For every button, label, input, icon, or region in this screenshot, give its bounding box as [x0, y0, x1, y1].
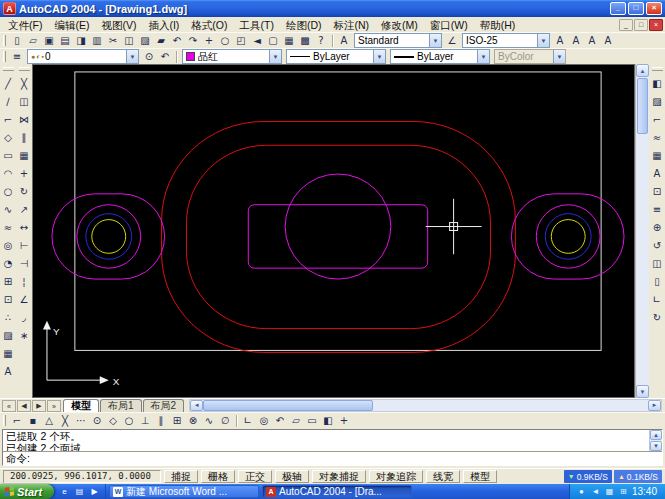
tab-layout2[interactable]: 布局2 [143, 399, 185, 412]
ucs-previous-icon[interactable]: ↶ [272, 413, 288, 428]
scroll-up-icon[interactable]: ▲ [636, 64, 649, 77]
align-icon[interactable]: ≡ [650, 200, 665, 218]
snap-from-icon[interactable]: ⌐ [9, 413, 25, 428]
menu-item[interactable]: 帮助(H) [474, 18, 522, 32]
menu-item[interactable]: 窗口(W) [424, 18, 474, 32]
stretch-icon[interactable]: ↔ [17, 218, 32, 236]
layer-previous-icon[interactable]: ↶ [157, 49, 173, 64]
toolbar-grip[interactable] [652, 67, 663, 71]
cut-icon[interactable]: ✂ [105, 33, 121, 48]
menu-item[interactable]: 工具(T) [234, 18, 280, 32]
snap-extension-icon[interactable]: ⋯ [73, 413, 89, 428]
tray-antivirus-icon[interactable]: ● [576, 486, 587, 497]
status-toggle-button[interactable]: 栅格 [201, 470, 235, 483]
tray-volume-icon[interactable]: ◄ [590, 486, 601, 497]
horizontal-scroll-track[interactable] [373, 400, 648, 411]
drawing-area[interactable]: Y X [32, 64, 635, 398]
copy-object-icon[interactable]: ◫ [17, 92, 32, 110]
scroll-down-icon[interactable]: ▼ [636, 385, 649, 398]
update-icon[interactable]: ↻ [650, 308, 665, 326]
status-toggle-button[interactable]: 对象追踪 [369, 470, 423, 483]
single-line-text-icon[interactable]: A [568, 33, 584, 48]
tab-layout1[interactable]: 布局1 [100, 399, 142, 412]
scroll-right-icon[interactable]: ► [648, 400, 661, 411]
plot-icon[interactable]: ▤ [57, 33, 73, 48]
zoom-window-icon[interactable]: ◰ [233, 33, 249, 48]
text-style-dropdown[interactable]: Standard ▼ [354, 33, 442, 48]
new-file-icon[interactable]: ▯ [9, 33, 25, 48]
ellipse-arc-icon[interactable]: ◔ [1, 254, 16, 272]
minimize-button[interactable]: _ [610, 2, 626, 15]
join-icon[interactable]: ⊕ [650, 218, 665, 236]
chevron-down-icon[interactable]: ▼ [269, 50, 281, 63]
fillet-icon[interactable]: ◞ [17, 308, 32, 326]
status-toggle-button[interactable]: 对象捕捉 [312, 470, 366, 483]
tool-palettes-icon[interactable]: ▩ [297, 33, 313, 48]
properties-icon[interactable]: ▢ [265, 33, 281, 48]
document-restore-button[interactable]: □ [634, 19, 648, 31]
horizontal-scroll-thumb[interactable] [203, 400, 373, 411]
tab-next-button[interactable]: ▶ [32, 400, 46, 412]
vertical-scrollbar[interactable]: ▲ ▼ [635, 64, 649, 398]
snap-node-icon[interactable]: ⊗ [185, 413, 201, 428]
menu-item[interactable]: 编辑(E) [48, 18, 95, 32]
line-icon[interactable]: ╱ [1, 74, 16, 92]
color-dropdown[interactable]: 品红 ▼ [182, 49, 282, 64]
chevron-down-icon[interactable]: ▼ [537, 34, 549, 47]
text-style-manager-icon[interactable]: A [552, 33, 568, 48]
region-icon[interactable]: ▦ [1, 344, 16, 362]
arc-icon[interactable]: ◠ [1, 164, 16, 182]
ucs-object-icon[interactable]: ▭ [304, 413, 320, 428]
make-object-layer-current-icon[interactable]: ⊙ [141, 49, 157, 64]
move-icon[interactable]: + [17, 164, 32, 182]
drawing-canvas[interactable]: Y X [33, 65, 634, 397]
edit-hatch-icon[interactable]: ▨ [650, 92, 665, 110]
zoom-realtime-icon[interactable]: ○ [217, 33, 233, 48]
chamfer-icon[interactable]: ∠ [17, 290, 32, 308]
tab-last-button[interactable]: » [47, 400, 61, 412]
edit-spline-icon[interactable]: ≈ [650, 128, 665, 146]
command-scrollbar[interactable]: ▲ ▼ [649, 430, 662, 451]
snap-intersection-icon[interactable]: ╳ [57, 413, 73, 428]
scroll-down-icon[interactable]: ▼ [650, 441, 662, 451]
snap-midpoint-icon[interactable]: △ [41, 413, 57, 428]
dim-style-dropdown[interactable]: ISO-25 ▼ [462, 33, 550, 48]
copy-nested-icon[interactable]: ◫ [650, 254, 665, 272]
ucs-origin-icon[interactable]: + [336, 413, 352, 428]
close-button[interactable]: × [646, 2, 662, 15]
mirror-icon[interactable]: ⋈ [17, 110, 32, 128]
construction-line-icon[interactable]: ∕ [1, 92, 16, 110]
trim-icon[interactable]: ⊢ [17, 236, 32, 254]
quicklaunch-internet-icon[interactable]: e [58, 485, 71, 498]
chevron-down-icon[interactable]: ▼ [373, 50, 385, 63]
menu-item[interactable]: 修改(M) [375, 18, 424, 32]
chevron-down-icon[interactable]: ▼ [126, 50, 138, 63]
help-icon[interactable]: ? [313, 33, 329, 48]
rectangle-icon[interactable]: ▭ [1, 146, 16, 164]
dim-update-icon[interactable]: A [600, 33, 616, 48]
quicklaunch-media-player-icon[interactable]: ▶ [88, 485, 101, 498]
dim-style-manager-icon[interactable]: A [584, 33, 600, 48]
menu-item[interactable]: 格式(O) [185, 18, 233, 32]
status-toggle-button[interactable]: 捕捉 [164, 470, 198, 483]
zoom-previous-icon[interactable]: ◄ [249, 33, 265, 48]
scroll-up-icon[interactable]: ▲ [650, 430, 662, 440]
snap-nearest-icon[interactable]: ∿ [201, 413, 217, 428]
copy-icon[interactable]: ◫ [121, 33, 137, 48]
horizontal-scrollbar[interactable]: ◄ ► [189, 399, 662, 412]
designcenter-icon[interactable]: ▦ [281, 33, 297, 48]
toolbar-grip[interactable] [3, 51, 6, 62]
edit-attribute-icon[interactable]: A [650, 164, 665, 182]
insert-block-icon[interactable]: ⊞ [1, 272, 16, 290]
menu-item[interactable]: 绘图(D) [280, 18, 328, 32]
ucs-view-icon[interactable]: ◧ [320, 413, 336, 428]
tab-first-button[interactable]: « [2, 400, 16, 412]
set-origin-icon[interactable]: ∟ [650, 290, 665, 308]
chevron-down-icon[interactable]: ▼ [429, 34, 441, 47]
draworder-icon[interactable]: ◧ [650, 74, 665, 92]
array-icon[interactable]: ▦ [17, 146, 32, 164]
offset-icon[interactable]: ∥ [17, 128, 32, 146]
match-properties-icon[interactable]: ▰ [153, 33, 169, 48]
command-prompt[interactable]: 命令: [3, 451, 662, 465]
menu-item[interactable]: 文件(F) [2, 18, 48, 32]
